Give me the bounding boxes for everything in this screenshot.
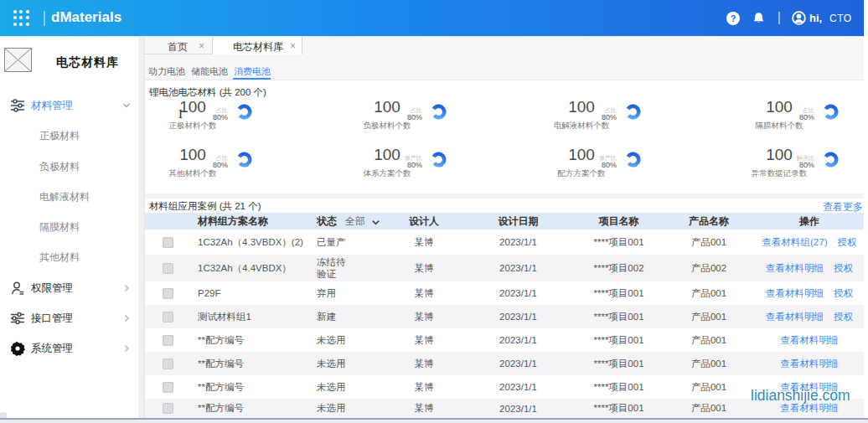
svg-text:?: ? <box>731 13 736 23</box>
